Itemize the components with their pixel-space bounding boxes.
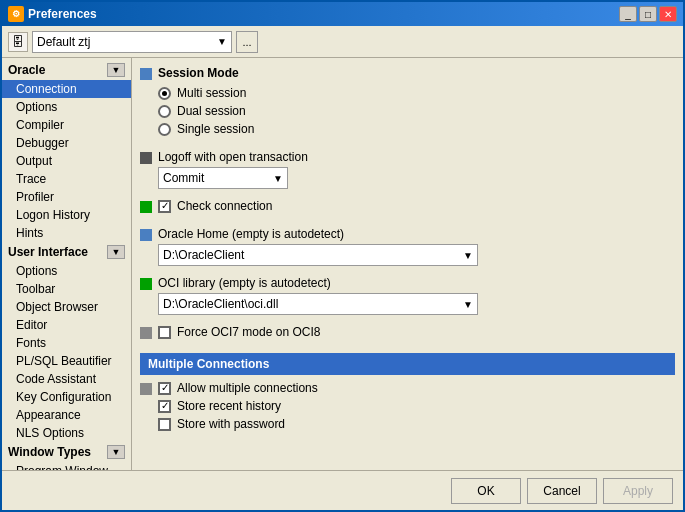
- toolbar: 🗄 Default ztj ▼ ...: [2, 26, 683, 58]
- sidebar-item-debugger[interactable]: Debugger: [2, 134, 131, 152]
- sidebar: Oracle ▼ Connection Options Compiler Deb…: [2, 58, 132, 470]
- oci-library-dropdown[interactable]: D:\OracleClient\oci.dll ▼: [158, 293, 478, 315]
- sidebar-item-appearance[interactable]: Appearance: [2, 406, 131, 424]
- check-connection-row: Check connection: [158, 199, 675, 213]
- oracle-home-label: Oracle Home (empty is autodetect): [158, 227, 675, 241]
- store-with-password-checkbox[interactable]: [158, 418, 171, 431]
- store-recent-history-label: Store recent history: [177, 399, 281, 413]
- session-mode-section: Session Mode Multi session Dual session …: [140, 66, 675, 140]
- preferences-window: ⚙ Preferences _ □ ✕ 🗄 Default ztj ▼ ... …: [0, 0, 685, 512]
- footer: OK Cancel Apply: [2, 470, 683, 510]
- oracle-home-value: D:\OracleClient: [163, 248, 244, 262]
- multiple-connections-section: Allow multiple connections Store recent …: [140, 381, 675, 435]
- oracle-home-dropdown-arrow-icon: ▼: [463, 250, 473, 261]
- sidebar-item-connection[interactable]: Connection: [2, 80, 131, 98]
- logoff-dropdown[interactable]: Commit ▼: [158, 167, 288, 189]
- sidebar-item-options[interactable]: Options: [2, 98, 131, 116]
- store-recent-history-row: Store recent history: [158, 399, 675, 413]
- dual-session-label: Dual session: [177, 104, 246, 118]
- window-title: Preferences: [28, 7, 97, 21]
- sidebar-item-key-configuration[interactable]: Key Configuration: [2, 388, 131, 406]
- sidebar-group-window-types-label: Window Types: [8, 445, 91, 459]
- sidebar-item-toolbar[interactable]: Toolbar: [2, 280, 131, 298]
- oracle-group-toggle[interactable]: ▼: [107, 63, 125, 77]
- oci-library-value: D:\OracleClient\oci.dll: [163, 297, 278, 311]
- session-mode-indicator: [140, 68, 152, 80]
- check-connection-content: Check connection: [158, 199, 675, 217]
- sidebar-item-nls-options[interactable]: NLS Options: [2, 424, 131, 442]
- session-mode-title: Session Mode: [158, 66, 675, 80]
- check-connection-indicator: [140, 201, 152, 213]
- sidebar-group-ui[interactable]: User Interface ▼: [2, 242, 131, 262]
- ok-button[interactable]: OK: [451, 478, 521, 504]
- sidebar-group-ui-label: User Interface: [8, 245, 88, 259]
- app-icon: ⚙: [8, 6, 24, 22]
- sidebar-item-object-browser[interactable]: Object Browser: [2, 298, 131, 316]
- toolbar-icon: 🗄: [8, 32, 28, 52]
- force-oci7-checkbox[interactable]: [158, 326, 171, 339]
- sidebar-item-fonts[interactable]: Fonts: [2, 334, 131, 352]
- oci-library-label: OCI library (empty is autodetect): [158, 276, 675, 290]
- main-panel: Session Mode Multi session Dual session …: [132, 58, 683, 470]
- oracle-home-dropdown[interactable]: D:\OracleClient ▼: [158, 244, 478, 266]
- force-oci7-section: Force OCI7 mode on OCI8: [140, 325, 675, 343]
- multi-session-row: Multi session: [158, 86, 675, 100]
- sidebar-group-oracle[interactable]: Oracle ▼: [2, 60, 131, 80]
- multiple-connections-label: Multiple Connections: [148, 357, 269, 371]
- sidebar-group-window-types[interactable]: Window Types ▼: [2, 442, 131, 462]
- logoff-section: Logoff with open transaction Commit ▼: [140, 150, 675, 189]
- sidebar-group-oracle-label: Oracle: [8, 63, 45, 77]
- dual-session-row: Dual session: [158, 104, 675, 118]
- check-connection-checkbox[interactable]: [158, 200, 171, 213]
- store-with-password-row: Store with password: [158, 417, 675, 431]
- allow-multiple-connections-label: Allow multiple connections: [177, 381, 318, 395]
- oci-library-content: OCI library (empty is autodetect) D:\Ora…: [158, 276, 675, 315]
- single-session-label: Single session: [177, 122, 254, 136]
- store-with-password-label: Store with password: [177, 417, 285, 431]
- sidebar-item-hints[interactable]: Hints: [2, 224, 131, 242]
- store-recent-history-checkbox[interactable]: [158, 400, 171, 413]
- window-controls: _ □ ✕: [619, 6, 677, 22]
- cancel-button[interactable]: Cancel: [527, 478, 597, 504]
- apply-button[interactable]: Apply: [603, 478, 673, 504]
- oci-library-indicator: [140, 278, 152, 290]
- multi-session-radio[interactable]: [158, 87, 171, 100]
- dual-session-radio[interactable]: [158, 105, 171, 118]
- combo-arrow-icon: ▼: [217, 36, 227, 47]
- more-options-button[interactable]: ...: [236, 31, 258, 53]
- multiple-connections-content: Allow multiple connections Store recent …: [158, 381, 675, 435]
- oracle-home-content: Oracle Home (empty is autodetect) D:\Ora…: [158, 227, 675, 266]
- sidebar-item-ui-options[interactable]: Options: [2, 262, 131, 280]
- sidebar-item-editor[interactable]: Editor: [2, 316, 131, 334]
- content-area: Oracle ▼ Connection Options Compiler Deb…: [2, 58, 683, 470]
- close-button[interactable]: ✕: [659, 6, 677, 22]
- multiple-connections-indicator: [140, 383, 152, 395]
- force-oci7-content: Force OCI7 mode on OCI8: [158, 325, 675, 343]
- logoff-indicator: [140, 152, 152, 164]
- single-session-radio[interactable]: [158, 123, 171, 136]
- oracle-home-indicator: [140, 229, 152, 241]
- sidebar-item-output[interactable]: Output: [2, 152, 131, 170]
- minimize-button[interactable]: _: [619, 6, 637, 22]
- sidebar-item-program-window[interactable]: Program Window: [2, 462, 131, 470]
- sidebar-item-trace[interactable]: Trace: [2, 170, 131, 188]
- multiple-connections-header: Multiple Connections: [140, 353, 675, 375]
- force-oci7-row: Force OCI7 mode on OCI8: [158, 325, 675, 339]
- allow-multiple-connections-row: Allow multiple connections: [158, 381, 675, 395]
- multi-session-label: Multi session: [177, 86, 246, 100]
- sidebar-item-compiler[interactable]: Compiler: [2, 116, 131, 134]
- sidebar-item-code-assistant[interactable]: Code Assistant: [2, 370, 131, 388]
- check-connection-section: Check connection: [140, 199, 675, 217]
- title-bar-left: ⚙ Preferences: [8, 6, 97, 22]
- connection-dropdown[interactable]: Default ztj ▼: [32, 31, 232, 53]
- oci-library-dropdown-arrow-icon: ▼: [463, 299, 473, 310]
- sidebar-item-plsql-beautifier[interactable]: PL/SQL Beautifier: [2, 352, 131, 370]
- ui-group-toggle[interactable]: ▼: [107, 245, 125, 259]
- allow-multiple-connections-checkbox[interactable]: [158, 382, 171, 395]
- sidebar-item-profiler[interactable]: Profiler: [2, 188, 131, 206]
- force-oci7-label: Force OCI7 mode on OCI8: [177, 325, 320, 339]
- window-types-group-toggle[interactable]: ▼: [107, 445, 125, 459]
- logoff-content: Logoff with open transaction Commit ▼: [158, 150, 675, 189]
- sidebar-item-logon-history[interactable]: Logon History: [2, 206, 131, 224]
- maximize-button[interactable]: □: [639, 6, 657, 22]
